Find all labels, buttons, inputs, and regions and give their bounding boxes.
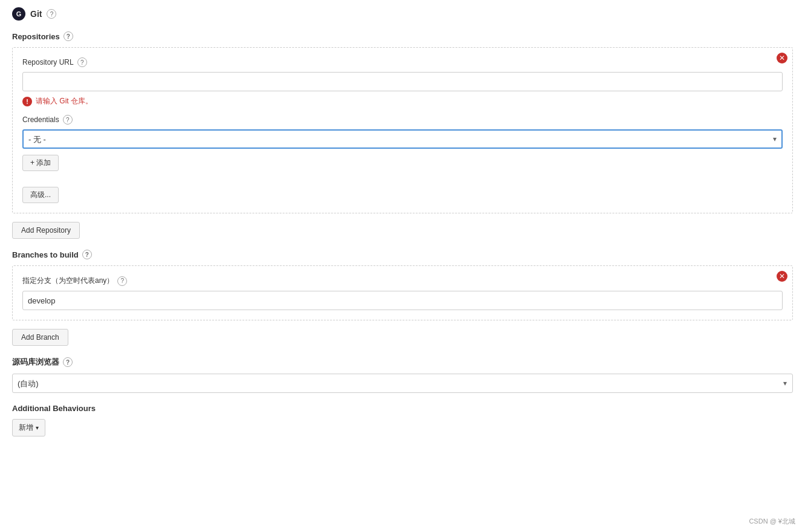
branch-box: ✕ 指定分支（为空时代表any） ? <box>12 265 793 320</box>
credentials-select[interactable]: - 无 - <box>22 129 783 149</box>
add-credential-btn[interactable]: + 添加 <box>22 155 59 171</box>
branch-field-help-icon[interactable]: ? <box>117 276 127 286</box>
add-repository-btn[interactable]: Add Repository <box>12 222 80 239</box>
dropdown-caret-icon: ▾ <box>36 424 39 431</box>
advanced-btn[interactable]: 高级... <box>22 187 59 203</box>
repository-box: ✕ Repository URL ? ! 请输入 Git 仓库。 Credent… <box>12 47 793 213</box>
branches-help-icon[interactable]: ? <box>82 250 92 259</box>
repositories-help-icon[interactable]: ? <box>64 31 73 41</box>
git-icon: G <box>12 7 25 21</box>
repositories-section-label: Repositories ? <box>12 31 793 41</box>
credentials-help-icon[interactable]: ? <box>63 115 73 125</box>
additional-behaviours-controls: 新增 ▾ <box>12 419 793 436</box>
repository-url-error: ! 请输入 Git 仓库。 <box>22 96 783 106</box>
credentials-section: Credentials ? - 无 - ▾ + 添加 <box>22 115 783 171</box>
source-browser-help-icon[interactable]: ? <box>63 357 73 367</box>
source-browser-select-wrapper: (自动) ▾ <box>12 374 793 393</box>
credentials-label: Credentials ? <box>22 115 783 125</box>
error-icon: ! <box>22 97 32 106</box>
source-browser-label: 源码库浏览器 ? <box>12 357 793 368</box>
remove-branch-btn[interactable]: ✕ <box>777 271 787 282</box>
add-branch-btn[interactable]: Add Branch <box>12 329 68 346</box>
new-behaviour-btn[interactable]: 新增 ▾ <box>12 419 45 436</box>
credentials-select-wrapper: - 无 - ▾ <box>22 129 783 149</box>
remove-repository-btn[interactable]: ✕ <box>777 53 787 63</box>
watermark: CSDN @ ¥北城 <box>749 517 795 526</box>
branch-field-label: 指定分支（为空时代表any） ? <box>22 276 783 286</box>
repository-url-help-icon[interactable]: ? <box>77 57 87 67</box>
repository-url-input[interactable] <box>22 72 783 91</box>
branch-input[interactable] <box>22 291 783 310</box>
source-browser-select[interactable]: (自动) <box>12 374 793 393</box>
branches-section-label: Branches to build ? <box>12 250 793 259</box>
git-title: Git <box>30 9 42 19</box>
git-header: G Git ? <box>12 7 793 21</box>
repository-url-label: Repository URL ? <box>22 57 783 67</box>
git-help-icon[interactable]: ? <box>47 9 56 19</box>
additional-behaviours-label: Additional Behaviours <box>12 404 793 413</box>
